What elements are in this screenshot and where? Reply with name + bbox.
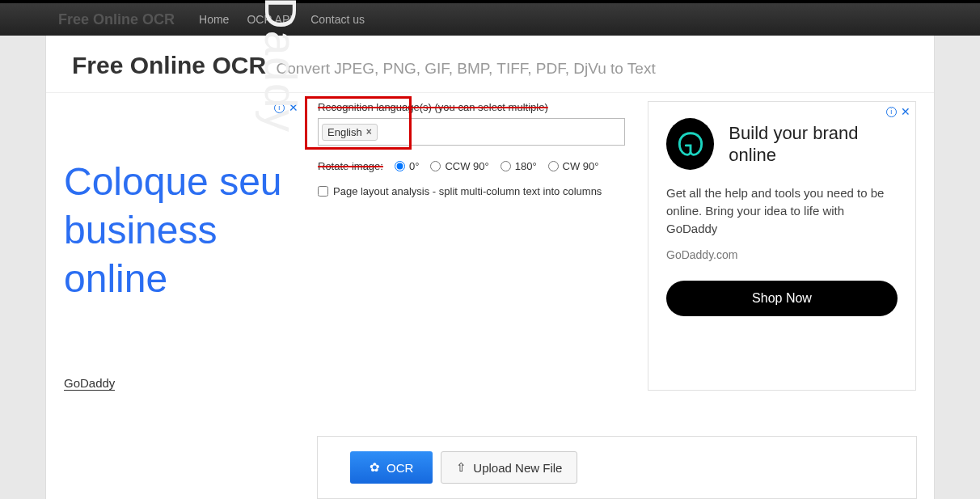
rotate-label: Rotate image: [318,160,383,172]
upload-button-label: Upload New File [473,461,562,475]
upload-new-file-button[interactable]: ⇧ Upload New File [441,451,577,484]
left-ad-panel: i ✕ GoDaddy Coloque seu business online … [64,101,298,391]
gear-icon: ✿ [370,460,380,475]
remove-language-icon[interactable]: × [366,126,372,137]
rotate-180-radio[interactable]: 180° [501,160,537,172]
page-header: Free Online OCR Convert JPEG, PNG, GIF, … [46,36,934,93]
nav-ocr-api[interactable]: OCR API [247,13,293,26]
godaddy-logo-icon [666,118,714,170]
rotate-0-radio[interactable]: 0° [395,160,419,172]
right-ad-panel: i ✕ Build your brand online Get all the … [648,101,916,391]
upload-icon: ⇧ [456,460,467,475]
rotate-cw-radio[interactable]: CW 90° [548,160,599,172]
right-ad-description: Get all the help and tools you need to b… [666,184,898,237]
right-ad-site: GoDaddy.com [666,248,898,261]
layout-analysis-checkbox[interactable] [318,186,328,197]
ad-close-icon[interactable]: ✕ [901,105,910,118]
nav-brand[interactable]: Free Online OCR [58,11,175,28]
page-container: Free Online OCR Convert JPEG, PNG, GIF, … [45,36,935,499]
language-tag-english: English × [322,124,378,141]
ocr-button[interactable]: ✿ OCR [350,451,433,484]
rotate-ccw-radio[interactable]: CCW 90° [430,160,488,172]
nav-contact[interactable]: Contact us [310,13,365,26]
right-ad-title: Build your brand online [729,122,898,167]
left-ad-headline[interactable]: Coloque seu business online [64,158,298,303]
language-tag-label: English [327,126,362,138]
page-subtitle: Convert JPEG, PNG, GIF, BMP, TIFF, PDF, … [277,60,656,77]
layout-analysis-label: Page layout analysis - split multi-colum… [333,185,602,197]
actions-panel: ✿ OCR ⇧ Upload New File [317,436,917,499]
shop-now-button[interactable]: Shop Now [666,281,898,316]
top-nav-bar: Free Online OCR Home OCR API Contact us [0,0,980,36]
language-select-input[interactable]: English × [318,118,625,146]
page-title: Free Online OCR [72,52,266,79]
left-ad-domain-link[interactable]: GoDaddy [64,376,115,391]
ocr-button-label: OCR [387,461,413,475]
ad-info-icon[interactable]: i [886,107,897,117]
language-label: Recognition language(s) (you can select … [318,101,628,113]
ocr-form: Recognition language(s) (you can select … [318,101,628,391]
nav-home[interactable]: Home [199,13,229,26]
